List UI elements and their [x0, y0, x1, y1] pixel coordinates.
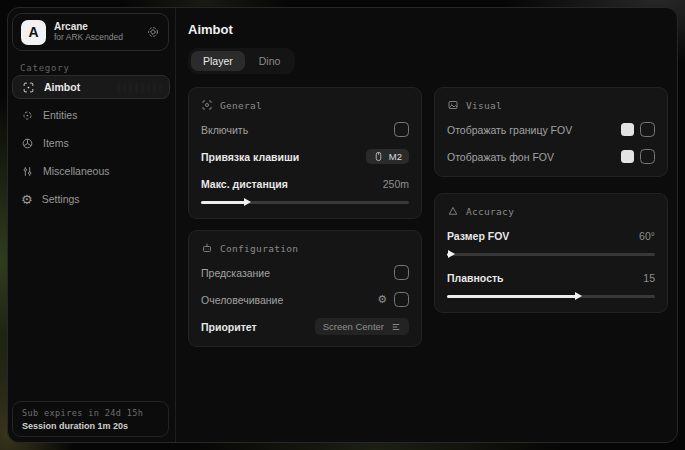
sidebar: A Arcane for ARK Ascended Category	[8, 8, 176, 442]
sidebar-item-items[interactable]: Items	[12, 131, 170, 155]
prediction-checkbox[interactable]	[394, 265, 409, 280]
fov-background-checkbox[interactable]	[640, 149, 655, 164]
sliders-icon	[21, 165, 34, 178]
main-panel: Aimbot Player Dino	[176, 8, 678, 442]
keybind-value: M2	[389, 151, 402, 162]
tab-player[interactable]: Player	[191, 51, 245, 71]
visual-card: Visual Отображать границу FOV Отображать…	[434, 87, 668, 177]
priority-dropdown[interactable]: Screen Center	[315, 318, 409, 335]
page-title: Aimbot	[188, 22, 668, 37]
configuration-card-title: Configuration	[220, 243, 298, 254]
fov-background-color-swatch[interactable]	[621, 150, 634, 163]
fov-size-value: 60°	[639, 230, 655, 242]
smoothness-label: Плавность	[447, 272, 643, 284]
configuration-card: Configuration Предсказание Очеловечивани…	[188, 230, 422, 347]
crosshair-icon	[22, 81, 35, 94]
bot-icon	[201, 242, 213, 254]
slider-fill	[447, 295, 578, 298]
general-card-header: General	[201, 99, 409, 111]
slider-track	[447, 253, 655, 256]
right-column: Visual Отображать границу FOV Отображать…	[434, 87, 668, 313]
gear-icon: ⚙	[21, 193, 33, 206]
fov-border-checkbox[interactable]	[640, 122, 655, 137]
image-icon	[447, 99, 459, 111]
sidebar-item-label: Items	[43, 137, 69, 149]
mouse-icon	[373, 151, 384, 162]
humanization-label: Очеловечивание	[201, 294, 377, 306]
priority-value: Screen Center	[323, 321, 384, 332]
humanization-checkbox[interactable]	[394, 292, 409, 307]
fov-background-label: Отображать фон FOV	[447, 151, 621, 163]
session-duration-text: Session duration 1m 20s	[22, 421, 159, 431]
prediction-row: Предсказание	[201, 264, 409, 281]
tab-dino[interactable]: Dino	[247, 51, 293, 71]
package-icon	[21, 137, 34, 150]
app-header: A Arcane for ARK Ascended	[12, 13, 169, 51]
smoothness-slider[interactable]	[447, 292, 655, 301]
prediction-label: Предсказание	[201, 267, 394, 279]
sidebar-item-aimbot[interactable]: Aimbot	[12, 75, 170, 99]
fov-size-row: Размер FOV 60°	[447, 227, 655, 244]
enable-row: Включить	[201, 121, 409, 138]
humanization-settings-icon[interactable]: ⚙	[377, 294, 387, 305]
sidebar-item-label: Aimbot	[44, 81, 80, 93]
enable-label: Включить	[201, 124, 394, 136]
general-card-title: General	[220, 100, 262, 111]
configuration-card-header: Configuration	[201, 242, 409, 254]
fov-border-label: Отображать границу FOV	[447, 124, 621, 136]
keybind-row: Привязка клавиши M2	[201, 148, 409, 165]
visual-card-title: Visual	[466, 100, 502, 111]
left-column: General Включить Привязка клавиши	[188, 87, 422, 347]
app-subtitle: for ARK Ascended	[54, 33, 138, 43]
sidebar-item-settings[interactable]: ⚙ Settings	[12, 187, 170, 211]
keybind-button[interactable]: M2	[366, 149, 409, 164]
accuracy-card-header: Accuracy	[447, 205, 655, 217]
keybind-label: Привязка клавиши	[201, 151, 366, 163]
accuracy-card-title: Accuracy	[466, 206, 514, 217]
focus-icon	[201, 99, 213, 111]
slider-thumb[interactable]	[575, 292, 582, 300]
distance-value: 250m	[383, 178, 409, 190]
app-meta: Arcane for ARK Ascended	[54, 21, 138, 42]
fov-size-slider[interactable]	[447, 250, 655, 259]
fov-background-row: Отображать фон FOV	[447, 148, 655, 165]
target-icon[interactable]	[146, 25, 160, 39]
sub-expires-text: Sub expires in 24d 15h	[22, 408, 159, 418]
general-card: General Включить Привязка клавиши	[188, 87, 422, 219]
list-icon	[391, 322, 401, 332]
app-logo: A	[21, 20, 46, 45]
subscription-footer: Sub expires in 24d 15h Session duration …	[12, 401, 169, 437]
ghost-decoration	[117, 83, 161, 93]
visual-card-header: Visual	[447, 99, 655, 111]
sidebar-item-label: Settings	[42, 193, 80, 205]
sidebar-item-miscellaneous[interactable]: Miscellaneous	[12, 159, 170, 183]
humanization-row: Очеловечивание ⚙	[201, 291, 409, 308]
radar-icon	[21, 109, 34, 122]
category-label: Category	[20, 63, 70, 73]
card-columns: General Включить Привязка клавиши	[188, 87, 668, 347]
slider-thumb[interactable]	[448, 250, 455, 258]
slider-fill	[201, 201, 247, 204]
priority-row: Приоритет Screen Center	[201, 318, 409, 335]
sidebar-nav: Aimbot Entities	[12, 75, 170, 215]
fov-size-label: Размер FOV	[447, 230, 639, 242]
sidebar-item-entities[interactable]: Entities	[12, 103, 170, 127]
slider-thumb[interactable]	[244, 198, 251, 206]
fov-border-row: Отображать границу FOV	[447, 121, 655, 138]
accuracy-card: Accuracy Размер FOV 60° Плавность	[434, 193, 668, 313]
screen: A Arcane for ARK Ascended Category	[0, 0, 685, 450]
sidebar-item-label: Entities	[43, 109, 77, 121]
distance-slider[interactable]	[201, 198, 409, 207]
triangle-icon	[447, 205, 459, 217]
fov-border-color-swatch[interactable]	[621, 123, 634, 136]
smoothness-row: Плавность 15	[447, 269, 655, 286]
distance-label: Макс. дистанция	[201, 178, 383, 190]
enable-checkbox[interactable]	[394, 122, 409, 137]
tab-bar: Player Dino	[188, 48, 295, 74]
distance-row: Макс. дистанция 250m	[201, 175, 409, 192]
smoothness-value: 15	[643, 272, 655, 284]
priority-label: Приоритет	[201, 321, 315, 333]
sidebar-item-label: Miscellaneous	[43, 165, 110, 177]
app-window: A Arcane for ARK Ascended Category	[7, 7, 678, 443]
